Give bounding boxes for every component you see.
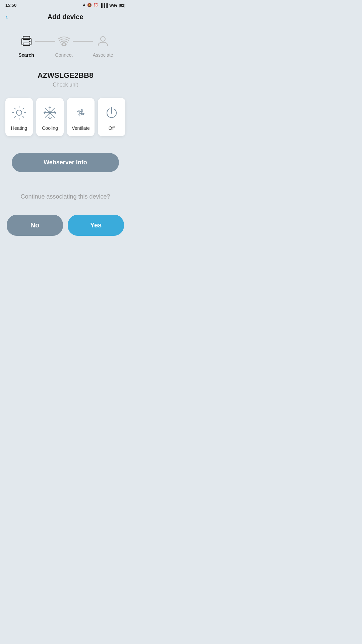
mute-icon: 🔕 [87, 3, 92, 7]
bottom-buttons: No Yes [0, 211, 131, 246]
status-icons: ✗ 🔕 ⏰ ▐▐▐ WiFi [82] [82, 3, 125, 7]
status-bar: 15:50 ✗ 🔕 ⏰ ▐▐▐ WiFi [82] [0, 0, 131, 10]
connect-step-label: Connect [55, 52, 73, 58]
yes-button[interactable]: Yes [68, 215, 124, 236]
svg-line-11 [23, 116, 24, 117]
off-card[interactable]: Off [98, 98, 125, 136]
associate-step-label: Associate [93, 52, 113, 58]
alarm-icon: ⏰ [94, 3, 98, 7]
ventilate-icon [73, 105, 89, 121]
step-search: Search [18, 32, 35, 58]
back-button[interactable]: ‹ [5, 13, 8, 21]
device-id: AZWSLGE2BB8 [7, 71, 124, 80]
wifi-icon: WiFi [109, 3, 117, 7]
heating-icon [11, 105, 27, 121]
connect-step-icon [55, 32, 73, 50]
svg-line-10 [14, 108, 15, 109]
mode-cards-container: Heating Cooling [0, 98, 131, 136]
header: ‹ Add device [0, 10, 131, 25]
svg-point-3 [29, 41, 31, 42]
battery-icon: [82] [119, 3, 125, 7]
time: 15:50 [5, 3, 16, 8]
step-line-2 [73, 41, 93, 42]
ventilate-card[interactable]: Ventilate [67, 98, 95, 136]
ventilate-label: Ventilate [72, 125, 90, 131]
bluetooth-icon: ✗ [82, 3, 85, 7]
svg-point-5 [16, 110, 22, 115]
webserver-info-button[interactable]: Webserver Info [12, 153, 119, 172]
associate-step-icon [94, 32, 112, 50]
webserver-btn-wrapper: Webserver Info [0, 136, 131, 179]
no-button[interactable]: No [7, 215, 63, 236]
step-connect: Connect [55, 32, 73, 58]
device-subtitle: Check unit [7, 82, 124, 88]
steps-container: Search Connect Associate [0, 25, 131, 68]
svg-line-13 [14, 116, 15, 117]
heating-label: Heating [11, 125, 27, 131]
step-line-1 [35, 41, 55, 42]
page-title: Add device [48, 13, 83, 21]
step-associate: Associate [93, 32, 113, 58]
cooling-icon [42, 105, 58, 121]
off-icon [104, 105, 120, 121]
heating-card[interactable]: Heating [5, 98, 33, 136]
svg-point-4 [101, 37, 105, 41]
search-step-label: Search [18, 52, 34, 58]
cooling-label: Cooling [42, 125, 58, 131]
device-info: AZWSLGE2BB8 Check unit [0, 68, 131, 98]
signal-icon: ▐▐▐ [100, 3, 108, 7]
search-step-icon [18, 32, 35, 50]
cooling-card[interactable]: Cooling [36, 98, 64, 136]
continue-text: Continue associating this device? [0, 179, 131, 211]
off-label: Off [109, 125, 115, 131]
svg-line-12 [23, 108, 24, 109]
